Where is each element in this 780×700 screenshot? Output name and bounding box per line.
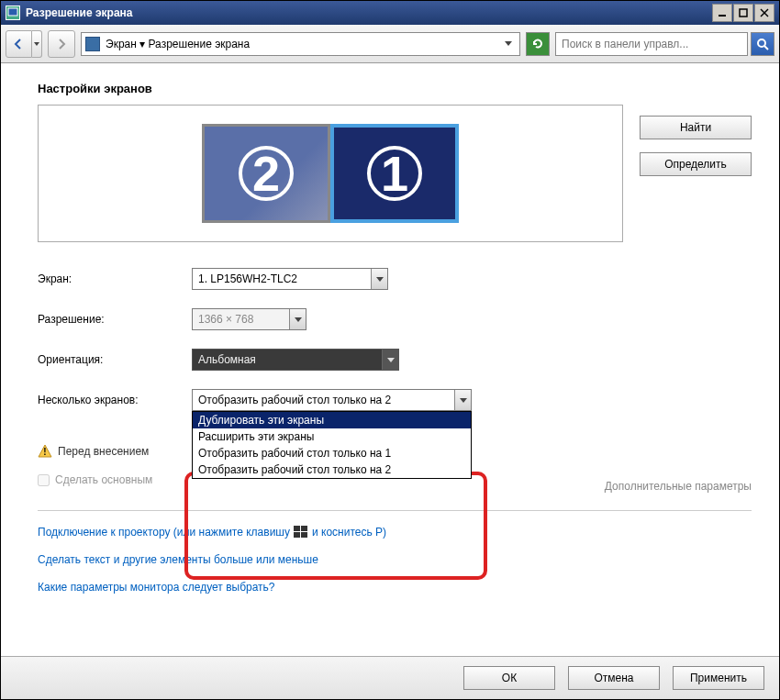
textsize-link[interactable]: Сделать текст и другие элементы больше и… <box>38 553 752 566</box>
chevron-down-icon <box>289 309 306 329</box>
svg-text:!: ! <box>43 447 46 457</box>
label-multi: Несколько экранов: <box>38 394 192 406</box>
monitor-number-1: 1 <box>367 146 422 201</box>
address-bar[interactable]: Экран ▾ Разрешение экрана <box>81 32 520 56</box>
svg-rect-2 <box>740 9 747 17</box>
svg-line-6 <box>764 46 768 50</box>
arrow-right-icon <box>55 38 68 50</box>
which-monitor-link[interactable]: Какие параметры монитора следует выбрать… <box>38 581 752 594</box>
forward-button[interactable] <box>48 30 75 58</box>
svg-rect-8 <box>294 526 300 531</box>
dropdown-item[interactable]: Отобразить рабочий стол только на 1 <box>193 445 471 461</box>
ok-button[interactable]: ОК <box>463 666 555 690</box>
multi-combo[interactable]: Отобразить рабочий стол только на 2 <box>192 389 472 411</box>
dropdown-item[interactable]: Отобразить рабочий стол только на 2 <box>193 461 471 478</box>
svg-rect-9 <box>301 526 307 531</box>
back-button[interactable] <box>6 30 32 58</box>
window-icon <box>6 6 20 20</box>
maximize-button[interactable] <box>733 4 753 22</box>
screen-combo[interactable]: 1. LP156WH2-TLC2 <box>192 268 388 290</box>
monitor-number-2: 2 <box>239 146 294 201</box>
label-screen: Экран: <box>38 272 192 285</box>
close-button[interactable] <box>754 4 774 22</box>
checkbox-label: Сделать основным <box>55 473 152 486</box>
label-resolution: Разрешение: <box>38 313 192 326</box>
detect-button[interactable]: Определить <box>640 152 752 176</box>
arrow-left-icon <box>12 38 25 50</box>
svg-rect-11 <box>301 532 307 538</box>
chevron-down-icon <box>454 390 471 410</box>
refresh-button[interactable] <box>526 32 550 56</box>
search-icon <box>756 38 769 50</box>
chevron-down-icon <box>371 269 387 289</box>
svg-point-5 <box>758 39 765 47</box>
advanced-link[interactable]: Дополнительные параметры <box>605 480 752 493</box>
search-input[interactable]: Поиск в панели управл... <box>555 32 748 56</box>
warning-icon: ! <box>38 444 52 459</box>
svg-rect-0 <box>8 8 17 16</box>
display-icon <box>85 37 100 51</box>
dropdown-item[interactable]: Расширить эти экраны <box>193 428 471 445</box>
screen-resolution-window: Разрешение экрана Экран ▾ Разрешение экр… <box>0 0 780 700</box>
resolution-combo[interactable]: 1366 × 768 <box>192 308 306 330</box>
search-go-button[interactable] <box>751 32 774 56</box>
apply-button[interactable]: Применить <box>673 666 764 690</box>
chevron-down-icon <box>382 350 398 370</box>
refresh-icon <box>531 38 544 50</box>
monitor-preview-box: 2 1 <box>38 105 623 242</box>
find-button[interactable]: Найти <box>640 116 752 139</box>
breadcrumb: Экран ▾ Разрешение экрана <box>106 38 501 50</box>
titlebar: Разрешение экрана <box>1 1 779 25</box>
main-display-checkbox[interactable] <box>38 474 50 486</box>
label-orientation: Ориентация: <box>38 353 192 366</box>
svg-rect-10 <box>294 532 300 538</box>
multi-dropdown-list: Дублировать эти экраны Расширить эти экр… <box>192 411 472 479</box>
address-dropdown[interactable] <box>501 41 516 46</box>
nav-back-group <box>6 30 42 58</box>
divider <box>38 510 752 511</box>
monitor-2[interactable]: 2 <box>202 124 330 223</box>
orientation-combo[interactable]: Альбомная <box>192 349 399 371</box>
monitor-1[interactable]: 1 <box>330 124 459 223</box>
page-heading: Настройки экранов <box>38 82 752 95</box>
dropdown-item[interactable]: Дублировать эти экраны <box>193 412 471 428</box>
warn-text-prefix: Перед внесением <box>58 445 149 458</box>
window-title: Разрешение экрана <box>26 6 712 19</box>
content-area: Настройки экранов 2 1 Найти Определить Э… <box>1 63 779 656</box>
projector-link[interactable]: Подключение к проектору (или нажмите кла… <box>38 526 752 539</box>
footer: ОК Отмена Применить <box>1 656 779 699</box>
toolbar: Экран ▾ Разрешение экрана Поиск в панели… <box>1 25 779 63</box>
windows-key-icon <box>294 526 308 539</box>
cancel-button[interactable]: Отмена <box>568 666 660 690</box>
back-history-button[interactable] <box>32 30 42 58</box>
minimize-button[interactable] <box>712 4 732 22</box>
